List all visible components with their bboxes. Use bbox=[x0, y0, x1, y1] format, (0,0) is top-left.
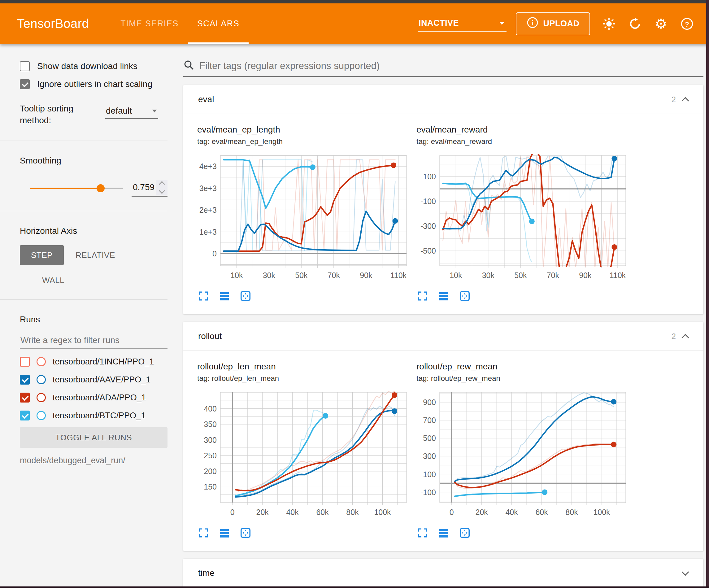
svg-text:10k: 10k bbox=[450, 271, 462, 280]
option-ignore-outliers[interactable]: Ignore outliers in chart scaling bbox=[20, 79, 169, 89]
svg-text:3e+3: 3e+3 bbox=[200, 184, 217, 193]
filter-tags-field bbox=[183, 44, 703, 77]
horizontal-axis-label: Horizontal Axis bbox=[20, 226, 169, 236]
svg-text:100k: 100k bbox=[374, 508, 391, 516]
smoothing-slider-thumb[interactable] bbox=[97, 184, 105, 192]
settings-gear-icon[interactable]: ⚙ bbox=[654, 17, 668, 31]
fit-domain-icon[interactable] bbox=[239, 290, 252, 302]
runs-base-directory: models/debugged_eval_run/ bbox=[20, 456, 169, 465]
brightness-icon[interactable] bbox=[602, 17, 616, 31]
checkbox[interactable] bbox=[20, 79, 30, 89]
app-title: TensorBoard bbox=[17, 17, 89, 31]
window-top-edge bbox=[0, 0, 709, 3]
stepper-up-icon[interactable] bbox=[159, 181, 165, 187]
svg-text:50k: 50k bbox=[295, 271, 308, 280]
line-chart[interactable]: 10k30k50k70k90k110k01e+32e+33e+34e+3 bbox=[197, 152, 409, 285]
runs-filter-field bbox=[20, 335, 167, 349]
window-right-edge[interactable] bbox=[706, 0, 709, 588]
option-show-download-links[interactable]: Show data download links bbox=[20, 61, 169, 71]
run-label: tensorboard/ADA/PPO_1 bbox=[53, 393, 146, 403]
svg-text:50k: 50k bbox=[514, 271, 527, 280]
run-radio[interactable] bbox=[36, 357, 46, 366]
toggle-all-runs-button[interactable]: TOGGLE ALL RUNS bbox=[20, 427, 167, 448]
runs-filter-input[interactable] bbox=[20, 335, 169, 346]
tooltip-sorting-row: Tooltip sorting method: default bbox=[20, 103, 169, 126]
fullscreen-icon[interactable] bbox=[416, 290, 429, 302]
svg-text:300: 300 bbox=[423, 452, 436, 460]
upload-button[interactable]: UPLOAD bbox=[516, 12, 590, 35]
tooltip-sorting-select[interactable]: default bbox=[105, 105, 158, 119]
fit-domain-icon[interactable] bbox=[239, 527, 252, 539]
run-checkbox[interactable] bbox=[20, 411, 30, 420]
svg-text:30k: 30k bbox=[482, 271, 495, 280]
section-name: time bbox=[198, 568, 215, 578]
line-chart[interactable]: 020k40k60k80k100k150200250300350400 bbox=[197, 389, 409, 522]
smoothing-slider[interactable] bbox=[30, 188, 123, 189]
axis-wall-button[interactable]: WALL bbox=[35, 276, 72, 285]
svg-text:30k: 30k bbox=[263, 271, 275, 280]
svg-text:2e+3: 2e+3 bbox=[200, 206, 217, 214]
section-header-rollout[interactable]: rollout 2 bbox=[183, 322, 703, 351]
svg-text:10k: 10k bbox=[230, 271, 243, 280]
chevron-up-icon[interactable] bbox=[681, 334, 689, 341]
divider bbox=[0, 211, 167, 211]
smoothing-stepper[interactable] bbox=[156, 180, 167, 195]
run-radio[interactable] bbox=[36, 375, 46, 384]
runs-list-icon[interactable] bbox=[438, 527, 450, 539]
option-label: Show data download links bbox=[37, 61, 137, 71]
svg-text:110k: 110k bbox=[390, 271, 407, 280]
svg-text:4e+3: 4e+3 bbox=[200, 162, 217, 171]
refresh-icon[interactable] bbox=[628, 17, 642, 31]
line-chart[interactable]: 10k30k50k70k90k110k100-100-300-500 bbox=[416, 152, 628, 285]
stepper-down-icon[interactable] bbox=[159, 188, 165, 194]
run-checkbox[interactable] bbox=[20, 357, 30, 366]
runs-list-icon[interactable] bbox=[438, 290, 450, 302]
chart-title: rollout/ep_len_mean bbox=[197, 361, 409, 372]
line-chart[interactable]: 020k40k60k80k100k-100100300500700900 bbox=[416, 389, 628, 522]
svg-text:90k: 90k bbox=[579, 271, 592, 280]
run-radio[interactable] bbox=[36, 411, 46, 420]
run-radio[interactable] bbox=[36, 393, 46, 402]
chevron-up-icon[interactable] bbox=[681, 97, 689, 104]
fit-domain-icon[interactable] bbox=[458, 527, 471, 539]
fullscreen-icon[interactable] bbox=[197, 527, 210, 539]
fullscreen-icon[interactable] bbox=[197, 290, 210, 302]
status-dropdown-value: INACTIVE bbox=[419, 18, 459, 28]
runs-list-icon[interactable] bbox=[218, 290, 231, 302]
svg-text:400: 400 bbox=[204, 404, 217, 413]
tooltip-sorting-value: default bbox=[106, 106, 132, 116]
status-dropdown[interactable]: INACTIVE bbox=[418, 16, 506, 32]
axis-step-button[interactable]: STEP bbox=[20, 245, 64, 265]
caret-down-icon bbox=[152, 110, 157, 112]
svg-text:90k: 90k bbox=[360, 271, 372, 280]
svg-text:0: 0 bbox=[230, 508, 235, 516]
caret-down-icon bbox=[499, 22, 505, 25]
fit-domain-icon[interactable] bbox=[458, 290, 471, 302]
checkbox[interactable] bbox=[20, 61, 30, 71]
tab-time-series[interactable]: TIME SERIES bbox=[111, 3, 188, 44]
svg-text:?: ? bbox=[685, 20, 689, 28]
chart-eval-mean-reward: eval/mean_reward tag: eval/mean_reward 1… bbox=[416, 125, 628, 302]
svg-text:80k: 80k bbox=[346, 508, 359, 516]
smoothing-slider-fill bbox=[30, 188, 101, 189]
help-icon[interactable]: ? bbox=[680, 17, 694, 31]
runs-list-icon[interactable] bbox=[218, 527, 231, 539]
smoothing-value-field[interactable]: 0.759 bbox=[132, 180, 167, 197]
svg-text:80k: 80k bbox=[565, 508, 578, 516]
tooltip-sorting-label: Tooltip sorting method: bbox=[20, 103, 97, 126]
tab-scalars[interactable]: SCALARS bbox=[188, 3, 249, 44]
run-checkbox[interactable] bbox=[20, 375, 30, 385]
fullscreen-icon[interactable] bbox=[416, 527, 429, 539]
chevron-down-icon[interactable] bbox=[681, 568, 689, 576]
axis-relative-button[interactable]: RELATIVE bbox=[76, 251, 115, 260]
upload-button-label: UPLOAD bbox=[543, 19, 580, 28]
svg-text:100: 100 bbox=[423, 172, 436, 181]
filter-tags-input[interactable] bbox=[199, 60, 703, 72]
section-header-time[interactable]: time bbox=[183, 559, 703, 587]
run-row: tensorboard/ADA/PPO_1 bbox=[20, 393, 169, 403]
chart-title: eval/mean_ep_length bbox=[197, 125, 409, 135]
run-checkbox[interactable] bbox=[20, 393, 30, 403]
chart-eval-mean-ep-length: eval/mean_ep_length tag: eval/mean_ep_le… bbox=[197, 125, 409, 302]
section-header-eval[interactable]: eval 2 bbox=[183, 85, 703, 113]
svg-text:150: 150 bbox=[204, 482, 217, 491]
